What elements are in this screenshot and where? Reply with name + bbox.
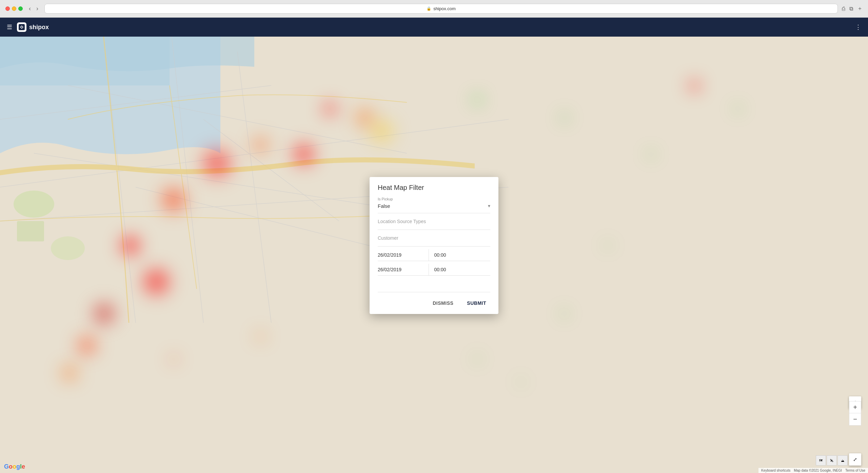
forward-button[interactable]: › xyxy=(34,4,40,13)
heat-map-filter-dialog: Heat Map Filter Is Pickup False ▾ Locati… xyxy=(370,177,498,314)
date-to-field[interactable]: 26/02/2019 xyxy=(378,264,429,275)
bookmark-button[interactable]: ⧉ xyxy=(849,6,853,12)
traffic-lights xyxy=(5,6,23,11)
time-to-field[interactable]: 00:00 xyxy=(429,264,491,275)
date-to-value: 26/02/2019 xyxy=(378,267,401,272)
modal-body: Is Pickup False ▾ Location Source Types … xyxy=(370,197,498,292)
modal-footer: DISMISS SUBMIT xyxy=(370,292,498,314)
time-to-value: 00:00 xyxy=(434,267,446,272)
fullscreen-button[interactable] xyxy=(18,6,23,11)
customer-placeholder: Customer xyxy=(378,233,490,243)
time-from-value: 00:00 xyxy=(434,252,446,258)
browser-chrome: ‹ › 🔒 shipox.com ⎙ ⧉ ＋ xyxy=(0,0,868,18)
is-pickup-select-wrapper[interactable]: False ▾ xyxy=(378,202,490,210)
dismiss-button[interactable]: DISMISS xyxy=(429,298,457,309)
time-from-field[interactable]: 00:00 xyxy=(429,249,491,261)
nav-buttons: ‹ › xyxy=(27,4,40,13)
modal-title: Heat Map Filter xyxy=(378,184,490,192)
close-button[interactable] xyxy=(5,6,10,11)
date-to-row: 26/02/2019 00:00 xyxy=(378,264,490,276)
address-bar[interactable]: 🔒 shipox.com xyxy=(44,4,838,14)
date-from-field[interactable]: 26/02/2019 xyxy=(378,249,429,261)
url-text: shipox.com xyxy=(433,6,456,11)
back-button[interactable]: ‹ xyxy=(27,4,33,13)
chevron-down-icon: ▾ xyxy=(488,203,490,209)
modal-header: Heat Map Filter xyxy=(370,177,498,197)
customer-field[interactable]: Customer xyxy=(378,233,490,247)
is-pickup-field: Is Pickup False ▾ xyxy=(378,197,490,213)
is-pickup-value: False xyxy=(378,202,390,210)
date-from-value: 26/02/2019 xyxy=(378,252,401,258)
submit-button[interactable]: SUBMIT xyxy=(463,298,490,309)
app-container: ☰ shipox ⋮ Heat Map Filter xyxy=(0,18,868,473)
lock-icon: 🔒 xyxy=(427,6,431,11)
share-button[interactable]: ⎙ xyxy=(842,6,845,12)
modal-overlay: Heat Map Filter Is Pickup False ▾ Locati… xyxy=(0,18,868,473)
date-from-row: 26/02/2019 00:00 xyxy=(378,249,490,261)
browser-actions: ⎙ ⧉ ＋ xyxy=(842,5,863,12)
minimize-button[interactable] xyxy=(12,6,16,11)
new-tab-button[interactable]: ＋ xyxy=(857,5,863,12)
location-source-types-placeholder: Location Source Types xyxy=(378,216,490,227)
empty-field xyxy=(378,278,490,292)
is-pickup-label: Is Pickup xyxy=(378,197,490,201)
location-source-types-field[interactable]: Location Source Types xyxy=(378,216,490,230)
